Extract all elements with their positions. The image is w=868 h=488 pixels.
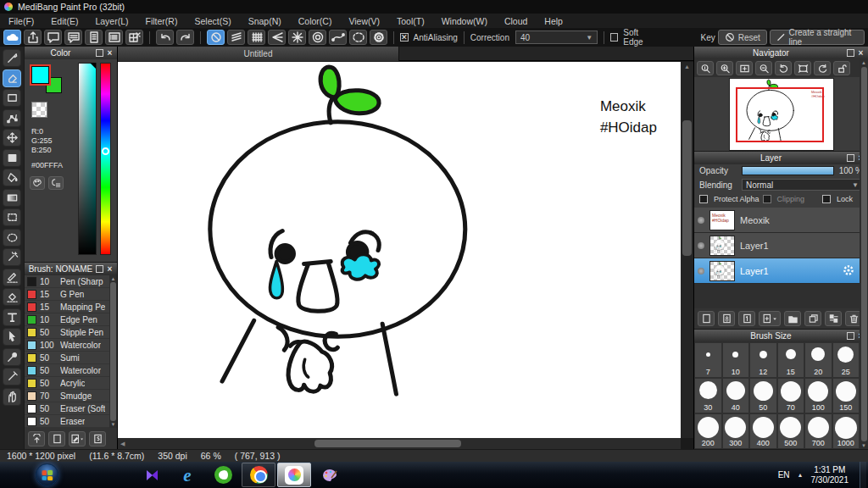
brush-size-option[interactable]: 200 bbox=[694, 413, 722, 449]
add-brush-menu-button[interactable] bbox=[69, 431, 86, 446]
brush-size-option[interactable]: 7 bbox=[694, 342, 722, 378]
scroll-down-icon[interactable]: ▼ bbox=[861, 443, 866, 448]
add-layer-button[interactable] bbox=[698, 311, 715, 326]
palette-icon[interactable] bbox=[30, 176, 45, 190]
snap-concentric-button[interactable] bbox=[309, 30, 326, 45]
comment-icon[interactable] bbox=[44, 30, 62, 45]
add-1bit-layer-button[interactable] bbox=[738, 311, 755, 326]
zoom-100-button[interactable] bbox=[697, 61, 714, 75]
snap-grid-button[interactable] bbox=[248, 30, 265, 45]
menu-edit[interactable]: Edit(E) bbox=[42, 14, 86, 28]
brush-item[interactable]: 50Eraser (Soft bbox=[25, 402, 109, 415]
snap-parallel-button[interactable] bbox=[227, 30, 245, 45]
language-indicator[interactable]: EN bbox=[778, 470, 790, 480]
duplicate-layer-button[interactable] bbox=[804, 311, 821, 326]
zoom-out-button[interactable] bbox=[755, 61, 772, 75]
document-icon[interactable] bbox=[85, 30, 103, 45]
eraser-tool[interactable] bbox=[3, 69, 21, 87]
brush-item[interactable]: 100Watercolor bbox=[25, 339, 109, 352]
soft-edge-checkbox[interactable] bbox=[610, 33, 618, 42]
menu-help[interactable]: Help bbox=[536, 14, 571, 28]
brush-size-option[interactable]: 30 bbox=[694, 378, 722, 413]
brush-item[interactable]: 50Watercolor bbox=[25, 364, 109, 377]
close-icon[interactable]: × bbox=[857, 49, 865, 57]
eyedropper-tool[interactable] bbox=[3, 348, 21, 366]
scrollbar-thumb[interactable] bbox=[314, 440, 461, 447]
palette-list-icon[interactable] bbox=[48, 176, 64, 190]
antialiasing-checkbox[interactable]: ✕ bbox=[400, 33, 409, 42]
scroll-down-icon[interactable]: ▼ bbox=[111, 422, 116, 427]
taskbar-clock[interactable]: 1:31 PM 7/30/2021 bbox=[811, 465, 853, 485]
scrollbar-thumb[interactable] bbox=[682, 120, 692, 256]
close-icon[interactable]: × bbox=[106, 49, 114, 57]
opacity-slider[interactable] bbox=[742, 166, 834, 175]
show-desktop-button[interactable] bbox=[860, 462, 866, 488]
taskbar-paint-tool-icon[interactable] bbox=[313, 463, 347, 487]
add-8bit-layer-button[interactable] bbox=[718, 311, 735, 326]
divide-tool[interactable] bbox=[3, 368, 21, 385]
brush-list-scrollbar[interactable]: ▲▼ bbox=[109, 275, 117, 428]
material-list-icon[interactable] bbox=[105, 30, 123, 45]
menu-view[interactable]: View(V) bbox=[340, 14, 388, 28]
transparent-color-swatch[interactable] bbox=[31, 102, 47, 118]
layer-visibility-toggle[interactable] bbox=[698, 242, 704, 249]
brush-size-option[interactable]: 20 bbox=[804, 342, 832, 378]
move-tool[interactable] bbox=[3, 129, 21, 147]
brush-size-option[interactable]: 10 bbox=[722, 342, 750, 378]
snap-ellipse-button[interactable] bbox=[349, 30, 367, 45]
brush-item[interactable]: 10Edge Pen bbox=[25, 313, 109, 326]
menu-filter[interactable]: Filter(R) bbox=[137, 14, 186, 28]
zoom-in-button[interactable] bbox=[716, 61, 733, 75]
snap-radial-button[interactable] bbox=[288, 30, 306, 45]
foreground-color-swatch[interactable] bbox=[31, 66, 49, 84]
snap-settings-button[interactable] bbox=[370, 30, 387, 45]
comment-list-icon[interactable] bbox=[64, 30, 82, 45]
brush-item[interactable]: 10Pen (Sharp bbox=[25, 275, 109, 288]
popout-icon[interactable] bbox=[847, 49, 854, 57]
grid-edit-icon[interactable] bbox=[125, 30, 143, 45]
hue-strip[interactable] bbox=[100, 63, 111, 255]
popout-icon[interactable] bbox=[847, 154, 854, 162]
add-brush-button[interactable] bbox=[48, 431, 65, 446]
document-tab[interactable]: Untitled bbox=[118, 47, 399, 61]
hand-tool[interactable] bbox=[3, 388, 21, 406]
brush-size-option[interactable]: 1000 bbox=[832, 413, 860, 449]
blending-select[interactable]: Normal ▼ bbox=[742, 179, 863, 191]
lock-checkbox[interactable] bbox=[822, 195, 831, 203]
brush-size-option[interactable]: 500 bbox=[777, 413, 805, 449]
protect-alpha-checkbox[interactable] bbox=[699, 195, 708, 203]
layer-visibility-toggle[interactable] bbox=[698, 217, 704, 224]
cloud-upload-button[interactable] bbox=[3, 30, 21, 45]
brush-size-option[interactable]: 400 bbox=[749, 413, 777, 449]
correction-select[interactable]: 40 ▼ bbox=[515, 30, 598, 44]
navigator-thumbnail[interactable]: Meoxik #HOidap bbox=[730, 79, 833, 150]
start-button[interactable] bbox=[36, 463, 58, 486]
scroll-up-icon[interactable]: ▲ bbox=[861, 60, 866, 65]
canvas-vertical-scrollbar[interactable]: ▲ bbox=[681, 62, 693, 438]
publish-icon[interactable] bbox=[24, 30, 42, 45]
pen-tool[interactable] bbox=[3, 49, 21, 67]
script-brush-button[interactable] bbox=[89, 431, 106, 446]
close-icon[interactable]: × bbox=[106, 265, 114, 273]
brush-item[interactable]: 70Smudge bbox=[25, 390, 109, 402]
upload-brush-button[interactable] bbox=[28, 431, 45, 446]
value-gradient-strip[interactable] bbox=[78, 63, 97, 255]
brush-size-option[interactable]: 25 bbox=[832, 342, 860, 378]
scroll-left-icon[interactable]: ◀ bbox=[120, 441, 125, 447]
canvas[interactable]: Meoxik #HOidap bbox=[118, 62, 681, 438]
taskbar-internet-explorer-icon[interactable]: e bbox=[170, 463, 204, 487]
brush-size-option[interactable]: 15 bbox=[777, 342, 805, 378]
layer-visibility-toggle[interactable] bbox=[698, 268, 704, 274]
menu-color[interactable]: Color(C) bbox=[290, 14, 341, 28]
menu-file[interactable]: File(F) bbox=[0, 14, 42, 28]
popout-icon[interactable] bbox=[847, 332, 854, 340]
scroll-up-icon[interactable]: ▲ bbox=[684, 64, 690, 69]
fit-window-button[interactable] bbox=[736, 61, 753, 75]
operation-tool[interactable] bbox=[3, 328, 21, 346]
select-pen-tool[interactable] bbox=[3, 269, 21, 286]
scroll-up-icon[interactable]: ▲ bbox=[111, 276, 116, 281]
menu-window[interactable]: Window(W) bbox=[433, 14, 496, 28]
taskbar-chrome-icon[interactable] bbox=[242, 463, 275, 487]
select-rect-tool[interactable] bbox=[3, 208, 21, 226]
reset-rotation-button[interactable] bbox=[794, 61, 811, 75]
